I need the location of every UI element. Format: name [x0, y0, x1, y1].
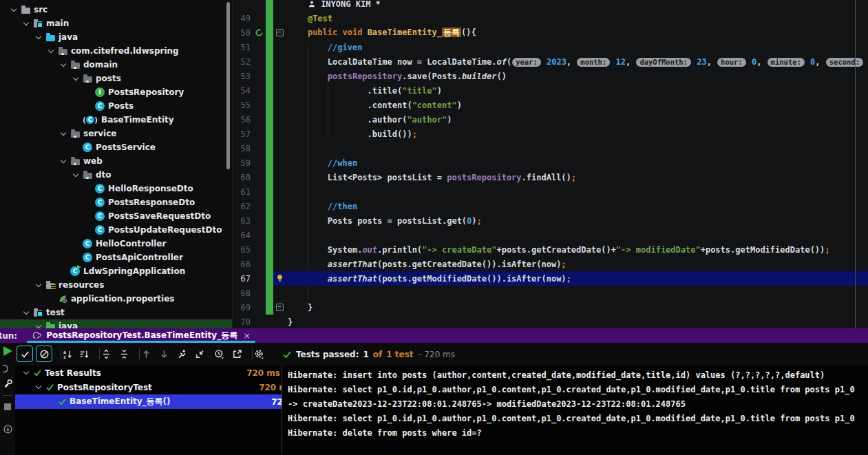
- tree-item-dto[interactable]: dto: [0, 168, 233, 182]
- tree-item-resources[interactable]: resources: [0, 278, 233, 292]
- code-line[interactable]: 60 List<Posts> postsList = postsReposito…: [233, 170, 868, 184]
- code-line[interactable]: 66 assertThat(posts.getCreatedDate()).is…: [233, 257, 868, 271]
- code-text: public void BaseTimeEntity_등록(){: [285, 27, 476, 39]
- tree-item-label: test: [46, 308, 65, 317]
- tree-item-main[interactable]: main: [0, 17, 233, 30]
- code-line[interactable]: 58: [233, 141, 868, 156]
- code-editor[interactable]: INYONG KIM *49 @Test50– public void Base…: [233, 0, 868, 328]
- sort-by-duration-button[interactable]: [76, 346, 92, 362]
- stop-button[interactable]: [0, 403, 15, 410]
- chevron-down-icon[interactable]: [8, 9, 19, 11]
- chevron-down-icon[interactable]: [21, 312, 32, 314]
- chevron-down-icon[interactable]: [58, 133, 69, 135]
- tree-item-src[interactable]: src: [0, 3, 233, 17]
- tree-item-test[interactable]: test: [0, 306, 233, 319]
- chevron-down-icon[interactable]: [21, 372, 32, 374]
- chevron-down-icon[interactable]: [33, 284, 44, 286]
- collapse-all-button[interactable]: [116, 346, 132, 362]
- intention-bulb-icon[interactable]: [274, 274, 285, 283]
- tree-item-hellocontroller[interactable]: CHelloController: [0, 237, 233, 251]
- chevron-down-icon[interactable]: [70, 78, 81, 80]
- code-line[interactable]: 51 //given: [233, 40, 868, 54]
- code-line[interactable]: 63 Posts posts = postsList.get(0);: [233, 213, 868, 228]
- show-passed-button[interactable]: [17, 346, 33, 362]
- code-line[interactable]: 54 .title("title"): [233, 83, 868, 98]
- code-line[interactable]: 65 System.out.println("-> createDate"+po…: [233, 242, 868, 257]
- line-number: 68: [233, 288, 252, 298]
- rerun-failed-tests-button[interactable]: [173, 346, 190, 362]
- spring-leaf-icon: [58, 294, 67, 304]
- test-tree-label: PostsRepositoryTest: [57, 383, 152, 392]
- tree-item-application-properties[interactable]: application.properties: [0, 292, 233, 306]
- scroll-to-end-button[interactable]: [0, 424, 15, 434]
- tree-item-label: domain: [83, 60, 118, 70]
- next-failed-test-button[interactable]: [156, 346, 172, 362]
- tree-item-postssaverequestdto[interactable]: CPostsSaveRequestDto: [0, 209, 233, 223]
- tree-item-java[interactable]: java: [0, 319, 233, 328]
- code-line[interactable]: 59 //when: [233, 156, 868, 170]
- tree-item-postsupdaterequestdto[interactable]: CPostsUpdateRequestDto: [0, 223, 233, 237]
- code-line[interactable]: 62 //then: [233, 199, 868, 213]
- export-test-results-button[interactable]: [229, 346, 245, 362]
- tree-item-web[interactable]: web: [0, 154, 233, 168]
- code-line[interactable]: 56 .author("author"): [233, 112, 868, 127]
- sort-alphabetically-button[interactable]: az: [59, 346, 76, 362]
- code-line[interactable]: 69– }: [233, 300, 868, 315]
- tree-item-postsrepository[interactable]: IPostsRepository: [0, 85, 233, 99]
- fold-marker-icon[interactable]: –: [274, 304, 285, 311]
- rerun-play-button[interactable]: [0, 346, 15, 356]
- code-line[interactable]: 61: [233, 184, 868, 199]
- package-icon: [56, 47, 69, 55]
- chevron-down-icon[interactable]: [58, 160, 69, 162]
- chevron-down-icon[interactable]: [45, 50, 56, 52]
- tree-item-postsresponsedto[interactable]: CPostsResponseDto: [0, 195, 233, 209]
- run-test-icon[interactable]: [252, 28, 266, 37]
- tree-item-basetimeentity[interactable]: (C)BaseTimeEntity: [0, 113, 233, 127]
- code-line[interactable]: 70}: [233, 315, 868, 328]
- tree-item-postsapicontroller[interactable]: CPostsApiController: [0, 251, 233, 264]
- code-line[interactable]: 64: [233, 228, 868, 242]
- code-line[interactable]: 55 .content("content"): [233, 98, 868, 112]
- show-ignored-button[interactable]: [36, 346, 52, 362]
- settings-gear-button[interactable]: [251, 346, 267, 362]
- chevron-down-icon[interactable]: [33, 326, 44, 328]
- close-icon[interactable]: ×: [243, 330, 251, 341]
- code-text: LocalDateTime now = LocalDateTime.of(yea…: [285, 57, 868, 67]
- chevron-down-icon[interactable]: [21, 23, 32, 25]
- run-tab[interactable]: PostsRepositoryTest.BaseTimeEntity_등록 ×: [25, 328, 257, 343]
- code-line[interactable]: 50– public void BaseTimeEntity_등록(){: [233, 25, 868, 40]
- tree-item-com-citefred-ldwspring[interactable]: com.citefred.ldwspring: [0, 44, 233, 58]
- tree-item-java[interactable]: java: [0, 30, 233, 44]
- wrench-button[interactable]: [0, 379, 15, 389]
- console-line: -> createDate2023-12-23T22:08:01.248765-…: [288, 397, 868, 412]
- tree-item-service[interactable]: service: [0, 127, 233, 140]
- test-history-button[interactable]: [211, 346, 227, 362]
- fold-marker-icon[interactable]: –: [274, 29, 285, 36]
- import-test-results-button[interactable]: [191, 346, 208, 362]
- test-tree-item-1[interactable]: Test Results720 ms: [15, 366, 282, 380]
- code-line[interactable]: 52 LocalDateTime now = LocalDateTime.of(…: [233, 54, 868, 69]
- tree-item-posts[interactable]: CPosts: [0, 99, 233, 113]
- chevron-down-icon[interactable]: [33, 386, 44, 388]
- tree-item-posts[interactable]: posts: [0, 72, 233, 85]
- code-line[interactable]: INYONG KIM *: [233, 0, 868, 11]
- code-line[interactable]: 53 postsRepository.save(Posts.builder(): [233, 69, 868, 83]
- tree-item-helloresponsedto[interactable]: CHelloResponseDto: [0, 182, 233, 195]
- code-line[interactable]: 57 .build());: [233, 127, 868, 141]
- code-line[interactable]: 68: [233, 286, 868, 300]
- expand-all-button[interactable]: [98, 346, 114, 362]
- chevron-down-icon[interactable]: [33, 36, 44, 39]
- code-line[interactable]: 49 @Test: [233, 11, 868, 25]
- chevron-down-icon[interactable]: [58, 64, 69, 66]
- project-tree-scrollbar[interactable]: [226, 2, 230, 169]
- partial-circle-button[interactable]: [0, 363, 15, 374]
- tree-item-postsservice[interactable]: CPostsService: [0, 140, 233, 154]
- test-tree-item-2[interactable]: PostsRepositoryTest720 ms: [15, 380, 282, 394]
- chevron-down-icon[interactable]: [70, 174, 81, 176]
- test-tree-item-3[interactable]: BaseTimeEntity_등록()720 ms: [15, 394, 282, 409]
- tree-item-ldwspringapplication[interactable]: CLdwSpringApplication: [0, 264, 233, 278]
- code-line[interactable]: 67 assertThat(posts.getModifiedDate()).i…: [233, 271, 868, 286]
- tree-item-domain[interactable]: domain: [0, 58, 233, 72]
- previous-failed-test-button[interactable]: [138, 346, 154, 362]
- run-console[interactable]: Hibernate: insert into posts (author,con…: [282, 366, 868, 455]
